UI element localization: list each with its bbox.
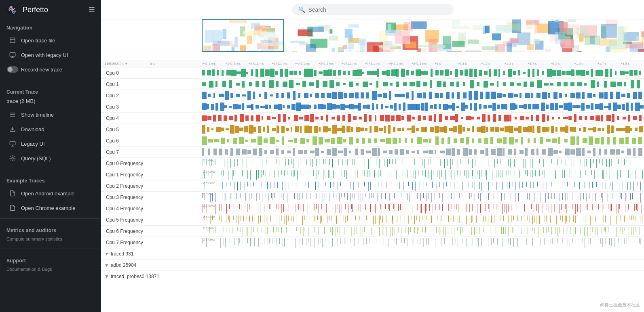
freq-bar xyxy=(292,193,292,198)
freq-bar xyxy=(589,182,590,188)
cpu-bar xyxy=(470,103,472,111)
freq-bar xyxy=(408,182,409,186)
freq-bar xyxy=(431,170,432,180)
freq-bar xyxy=(448,193,448,197)
cpu-bar xyxy=(500,128,504,131)
hamburger-menu-icon[interactable]: ☰ xyxy=(89,5,95,14)
freq-bar xyxy=(267,182,268,189)
cpu-bar xyxy=(400,149,403,155)
freq-bar xyxy=(296,227,297,232)
freq-bar xyxy=(361,193,361,201)
sidebar-item-download[interactable]: Download xyxy=(2,122,98,136)
freq-bar xyxy=(226,204,227,214)
cpu-bar xyxy=(581,70,585,75)
sidebar-item-record[interactable]: Record new trace xyxy=(2,63,98,76)
freq-bar xyxy=(629,216,629,220)
freq-bar xyxy=(380,170,381,176)
cpu-bar xyxy=(570,136,575,144)
freq-bar xyxy=(382,182,382,187)
freq-bar xyxy=(270,216,271,222)
freq-bar xyxy=(386,182,386,188)
freq-bar xyxy=(299,216,299,222)
freq-bar xyxy=(365,204,366,210)
process-label[interactable]: ▼traced 931 xyxy=(101,248,202,259)
timeline-container[interactable]: 0 s200.2 ms400.5 ms600.7 ms800.9 ms1 s1.… xyxy=(101,19,644,312)
freq-bar xyxy=(247,182,248,186)
freq-bar xyxy=(493,227,493,236)
cpu-track-canvas xyxy=(202,90,644,101)
freq-bar xyxy=(429,204,430,211)
cpu-bar xyxy=(435,150,436,154)
cpu-bar xyxy=(332,117,335,119)
cpu-bar xyxy=(601,137,604,144)
sidebar-item-show-timeline[interactable]: Show timeline xyxy=(2,108,98,121)
overview-area xyxy=(101,19,644,52)
freq-bar xyxy=(539,159,540,163)
android-example-label: Open Android example xyxy=(21,191,74,197)
app-title: Perfetto xyxy=(23,6,48,14)
freq-bar xyxy=(626,216,626,224)
sidebar-item-open-trace[interactable]: Open trace file xyxy=(2,34,98,47)
freq-bar xyxy=(435,238,435,246)
freq-bar xyxy=(555,170,556,179)
freq-bar xyxy=(267,227,268,234)
record-toggle[interactable] xyxy=(7,66,18,73)
cpu-bar xyxy=(394,103,397,111)
freq-bar xyxy=(232,170,232,180)
sidebar-item-query-sql[interactable]: Query (SQL) xyxy=(2,151,98,165)
cpu-bar xyxy=(503,148,505,156)
freq-bar xyxy=(610,216,611,225)
cpu-bar xyxy=(376,81,379,87)
freq-bar xyxy=(532,227,533,232)
search-bar[interactable]: 🔍 xyxy=(292,4,454,15)
cpu-bar xyxy=(362,72,364,74)
freq-bar xyxy=(597,227,598,236)
search-input[interactable] xyxy=(308,6,447,13)
freq-bar xyxy=(445,193,445,203)
freq-bar xyxy=(266,193,266,197)
freq-bar xyxy=(284,216,285,224)
sidebar-item-legacy-ui2[interactable]: Legacy UI xyxy=(2,137,98,151)
freq-bar xyxy=(501,227,502,234)
cpu-bar xyxy=(542,71,544,74)
freq-bar xyxy=(241,204,241,211)
cpu-bar xyxy=(372,148,376,155)
freq-bar xyxy=(228,159,228,169)
cpu-bar xyxy=(345,105,349,109)
cpu-bar xyxy=(542,149,546,155)
sidebar-item-android-example[interactable]: Open Android example xyxy=(2,186,98,200)
freq-bar xyxy=(554,216,554,223)
process-label[interactable]: ▼adbd 25904 xyxy=(101,260,202,270)
process-label[interactable]: ▼traced_probes0 13871 xyxy=(101,271,202,282)
secondary-tick: +341.1 ms xyxy=(272,62,287,65)
freq-bar xyxy=(429,193,429,199)
freq-track-canvas: 2.5 GHz xyxy=(202,180,644,191)
freq-bar xyxy=(439,182,440,187)
freq-bar xyxy=(294,238,294,246)
freq-bar xyxy=(509,170,509,175)
cpu-bar xyxy=(207,70,211,75)
cpu-bar xyxy=(542,127,546,132)
secondary-tick: +1.6 s xyxy=(574,62,583,65)
freq-bar xyxy=(590,159,591,169)
cpu-bar xyxy=(379,128,383,131)
freq-bar xyxy=(437,170,437,177)
freq-bar xyxy=(344,238,344,244)
cpu-bar xyxy=(528,126,532,133)
freq-bar xyxy=(642,170,643,179)
cpu-track-row: Cpu 6 xyxy=(101,135,644,147)
cpu-bar xyxy=(434,104,437,109)
freq-bar xyxy=(611,238,612,246)
cpu-bar xyxy=(393,127,396,132)
freq-bar xyxy=(490,227,490,233)
cpu-bar xyxy=(528,69,530,76)
freq-bar xyxy=(300,227,301,234)
cpu-bar xyxy=(423,82,427,86)
freq-bar xyxy=(258,238,259,247)
freq-bar xyxy=(586,159,587,166)
sidebar-item-chrome-example[interactable]: Open Chrome example xyxy=(2,201,98,215)
freq-bar xyxy=(328,170,329,178)
sidebar-item-legacy-ui[interactable]: Open with legacy UI xyxy=(2,48,98,62)
freq-bar xyxy=(429,159,429,165)
cpu-bar xyxy=(565,94,567,98)
